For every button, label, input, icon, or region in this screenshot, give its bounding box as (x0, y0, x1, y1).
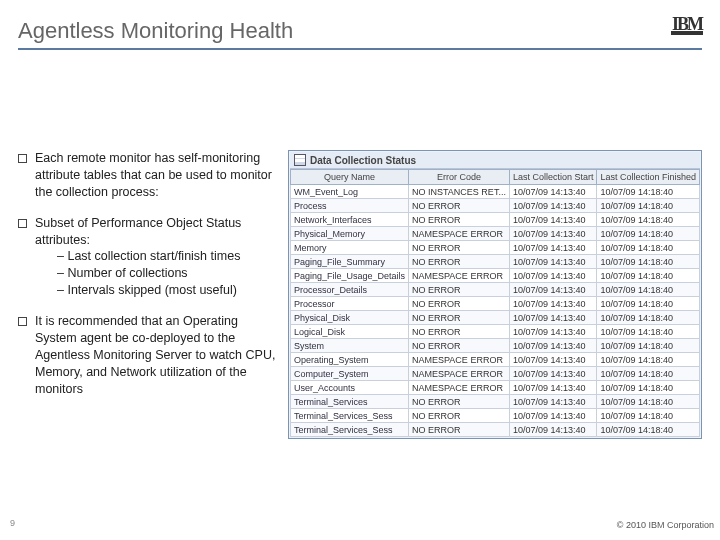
table-row[interactable]: Processor_DetailsNO ERROR10/07/09 14:13:… (290, 283, 699, 297)
cell: WM_Event_Log (290, 185, 408, 199)
table-row[interactable]: Paging_File_SummaryNO ERROR10/07/09 14:1… (290, 255, 699, 269)
cell: 10/07/09 14:13:40 (509, 423, 597, 437)
table-row[interactable]: Terminal_Services_SessNO ERROR10/07/09 1… (290, 423, 699, 437)
cell: 10/07/09 14:18:40 (597, 353, 700, 367)
cell: NO ERROR (409, 255, 510, 269)
cell: Physical_Disk (290, 311, 408, 325)
bullet-list: Each remote monitor has self-monitoring … (18, 150, 276, 439)
cell: NO ERROR (409, 311, 510, 325)
panel-header: Data Collection Status (290, 152, 700, 169)
table-row[interactable]: Physical_DiskNO ERROR10/07/09 14:13:4010… (290, 311, 699, 325)
sub-item: – Number of collections (57, 265, 276, 282)
copyright: © 2010 IBM Corporation (617, 520, 714, 530)
cell: NO ERROR (409, 395, 510, 409)
cell: 10/07/09 14:13:40 (509, 311, 597, 325)
cell: 10/07/09 14:18:40 (597, 311, 700, 325)
cell: 10/07/09 14:13:40 (509, 241, 597, 255)
cell: NO ERROR (409, 199, 510, 213)
table-row[interactable]: SystemNO ERROR10/07/09 14:13:4010/07/09 … (290, 339, 699, 353)
cell: NAMESPACE ERROR (409, 381, 510, 395)
list-item: Each remote monitor has self-monitoring … (18, 150, 276, 201)
column-header[interactable]: Last Collection Finished (597, 170, 700, 185)
cell: 10/07/09 14:13:40 (509, 409, 597, 423)
cell: 10/07/09 14:13:40 (509, 269, 597, 283)
cell: 10/07/09 14:18:40 (597, 339, 700, 353)
cell: 10/07/09 14:13:40 (509, 213, 597, 227)
cell: 10/07/09 14:13:40 (509, 367, 597, 381)
table-row[interactable]: Physical_MemoryNAMESPACE ERROR10/07/09 1… (290, 227, 699, 241)
table-row[interactable]: Network_InterfacesNO ERROR10/07/09 14:13… (290, 213, 699, 227)
cell: 10/07/09 14:18:40 (597, 241, 700, 255)
cell: 10/07/09 14:13:40 (509, 297, 597, 311)
cell: 10/07/09 14:18:40 (597, 199, 700, 213)
cell: 10/07/09 14:13:40 (509, 227, 597, 241)
table-row[interactable]: Terminal_ServicesNO ERROR10/07/09 14:13:… (290, 395, 699, 409)
sub-item: – Intervals skipped (most useful) (57, 282, 276, 299)
cell: 10/07/09 14:18:40 (597, 423, 700, 437)
cell: 10/07/09 14:18:40 (597, 381, 700, 395)
page-title: Agentless Monitoring Health (18, 18, 702, 44)
cell: 10/07/09 14:18:40 (597, 185, 700, 199)
cell: Process (290, 199, 408, 213)
cell: Computer_System (290, 367, 408, 381)
column-header[interactable]: Last Collection Start (509, 170, 597, 185)
sub-item: – Last collection start/finish times (57, 248, 276, 265)
cell: Terminal_Services (290, 395, 408, 409)
table-row[interactable]: WM_Event_LogNO INSTANCES RET...10/07/09 … (290, 185, 699, 199)
table-row[interactable]: Terminal_Services_SessNO ERROR10/07/09 1… (290, 409, 699, 423)
data-collection-panel: Data Collection Status Query NameError C… (288, 150, 702, 439)
cell: Terminal_Services_Sess (290, 409, 408, 423)
cell: 10/07/09 14:13:40 (509, 283, 597, 297)
table-row[interactable]: ProcessNO ERROR10/07/09 14:13:4010/07/09… (290, 199, 699, 213)
cell: NO INSTANCES RET... (409, 185, 510, 199)
table-row[interactable]: Logical_DiskNO ERROR10/07/09 14:13:4010/… (290, 325, 699, 339)
cell: 10/07/09 14:18:40 (597, 213, 700, 227)
cell: 10/07/09 14:18:40 (597, 283, 700, 297)
cell: NO ERROR (409, 213, 510, 227)
cell: NO ERROR (409, 325, 510, 339)
cell: 10/07/09 14:13:40 (509, 353, 597, 367)
cell: Processor (290, 297, 408, 311)
cell: 10/07/09 14:13:40 (509, 381, 597, 395)
cell: NO ERROR (409, 409, 510, 423)
table-row[interactable]: Operating_SystemNAMESPACE ERROR10/07/09 … (290, 353, 699, 367)
page-number: 9 (10, 518, 15, 528)
cell: Paging_File_Usage_Details (290, 269, 408, 283)
cell: 10/07/09 14:18:40 (597, 367, 700, 381)
cell: 10/07/09 14:18:40 (597, 255, 700, 269)
bullet-text: It is recommended that an Operating Syst… (35, 313, 276, 397)
column-header[interactable]: Error Code (409, 170, 510, 185)
cell: 10/07/09 14:13:40 (509, 395, 597, 409)
panel-title: Data Collection Status (310, 155, 416, 166)
cell: 10/07/09 14:18:40 (597, 227, 700, 241)
cell: 10/07/09 14:13:40 (509, 255, 597, 269)
cell: Paging_File_Summary (290, 255, 408, 269)
cell: Terminal_Services_Sess (290, 423, 408, 437)
column-header[interactable]: Query Name (290, 170, 408, 185)
table-icon (294, 154, 306, 166)
status-table: Query NameError CodeLast Collection Star… (290, 169, 700, 437)
cell: 10/07/09 14:18:40 (597, 409, 700, 423)
cell: 10/07/09 14:18:40 (597, 269, 700, 283)
cell: User_Accounts (290, 381, 408, 395)
cell: 10/07/09 14:13:40 (509, 325, 597, 339)
cell: Operating_System (290, 353, 408, 367)
table-row[interactable]: User_AccountsNAMESPACE ERROR10/07/09 14:… (290, 381, 699, 395)
cell: NO ERROR (409, 297, 510, 311)
bullet-icon (18, 317, 27, 326)
table-row[interactable]: ProcessorNO ERROR10/07/09 14:13:4010/07/… (290, 297, 699, 311)
bullet-text: Subset of Performance Object Status attr… (35, 215, 276, 299)
bullet-icon (18, 154, 27, 163)
cell: NO ERROR (409, 241, 510, 255)
cell: NAMESPACE ERROR (409, 269, 510, 283)
cell: NO ERROR (409, 339, 510, 353)
cell: NAMESPACE ERROR (409, 367, 510, 381)
list-item: Subset of Performance Object Status attr… (18, 215, 276, 299)
cell: NAMESPACE ERROR (409, 227, 510, 241)
bullet-icon (18, 219, 27, 228)
table-row[interactable]: Computer_SystemNAMESPACE ERROR10/07/09 1… (290, 367, 699, 381)
cell: Network_Interfaces (290, 213, 408, 227)
table-row[interactable]: Paging_File_Usage_DetailsNAMESPACE ERROR… (290, 269, 699, 283)
table-row[interactable]: MemoryNO ERROR10/07/09 14:13:4010/07/09 … (290, 241, 699, 255)
cell: 10/07/09 14:18:40 (597, 297, 700, 311)
